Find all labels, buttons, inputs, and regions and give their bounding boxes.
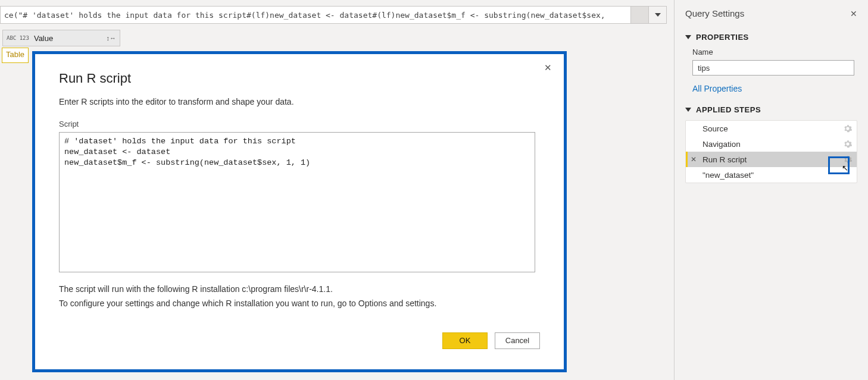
dialog-note-line1: The script will run with the following R… xyxy=(59,282,540,297)
ok-button[interactable]: OK xyxy=(442,332,488,349)
close-icon: ✕ xyxy=(544,62,552,73)
column-type-icon: ABC 123 xyxy=(7,36,29,41)
panel-title: Query Settings xyxy=(685,8,744,18)
editor-main-area: ce("# 'dataset' holds the input data for… xyxy=(0,0,674,380)
section-properties-label: PROPERTIES xyxy=(696,33,749,42)
triangle-down-icon xyxy=(685,108,691,112)
script-input[interactable] xyxy=(59,132,535,272)
table-cell-link[interactable]: Table xyxy=(2,48,29,63)
close-icon: ✕ xyxy=(850,9,857,18)
applied-step-label: Run R script xyxy=(702,155,844,164)
dialog-button-row: OK Cancel xyxy=(59,332,540,349)
delete-step-icon[interactable]: ✕ xyxy=(691,155,697,164)
formula-bar: ce("# 'dataset' holds the input data for… xyxy=(0,6,667,24)
script-label: Script xyxy=(59,120,540,128)
expand-icon[interactable]: ↕↔ xyxy=(107,34,117,42)
column-name: Value xyxy=(34,34,102,43)
formula-bar-text[interactable]: ce("# 'dataset' holds the input data for… xyxy=(1,8,630,22)
section-applied-steps-label: APPLIED STEPS xyxy=(696,105,761,114)
dialog-note: The script will run with the following R… xyxy=(59,282,540,311)
gear-icon[interactable] xyxy=(844,124,852,133)
name-field-label: Name xyxy=(675,45,868,59)
cancel-button[interactable]: Cancel xyxy=(495,332,540,349)
all-properties-link[interactable]: All Properties xyxy=(675,81,868,99)
query-name-input[interactable] xyxy=(692,60,854,76)
dialog-subtitle: Enter R scripts into the editor to trans… xyxy=(59,97,540,106)
dialog-title: Run R script xyxy=(59,71,540,86)
applied-step-row[interactable]: ✕Run R script xyxy=(686,152,857,167)
formula-bar-prev-button[interactable] xyxy=(630,7,648,23)
column-header-value[interactable]: ABC 123 Value ↕↔ xyxy=(2,30,120,46)
applied-step-row[interactable]: Source xyxy=(686,121,857,136)
dialog-note-line2: To configure your settings and change wh… xyxy=(59,297,540,311)
chevron-down-icon xyxy=(655,13,661,17)
panel-close-button[interactable]: ✕ xyxy=(850,9,857,18)
query-settings-panel: Query Settings ✕ PROPERTIES Name All Pro… xyxy=(674,0,868,380)
formula-bar-expand-button[interactable] xyxy=(648,7,666,23)
dialog-close-button[interactable]: ✕ xyxy=(544,62,552,73)
applied-step-row[interactable]: "new_dataset" xyxy=(686,167,857,183)
applied-step-label: Navigation xyxy=(702,140,844,149)
run-r-script-dialog: ✕ Run R script Enter R scripts into the … xyxy=(35,54,564,369)
gear-icon[interactable] xyxy=(844,155,852,164)
applied-step-label: Source xyxy=(702,124,844,133)
section-applied-steps-header[interactable]: APPLIED STEPS xyxy=(675,99,868,118)
section-properties-header[interactable]: PROPERTIES xyxy=(675,27,868,45)
applied-step-row[interactable]: Navigation xyxy=(686,136,857,152)
dialog-highlight-frame: ✕ Run R script Enter R scripts into the … xyxy=(32,51,567,372)
gear-icon[interactable] xyxy=(844,140,852,148)
applied-steps-list: SourceNavigation✕Run R script"new_datase… xyxy=(685,120,857,183)
panel-header: Query Settings ✕ xyxy=(675,0,868,27)
triangle-down-icon xyxy=(685,35,691,39)
applied-step-label: "new_dataset" xyxy=(702,171,852,180)
